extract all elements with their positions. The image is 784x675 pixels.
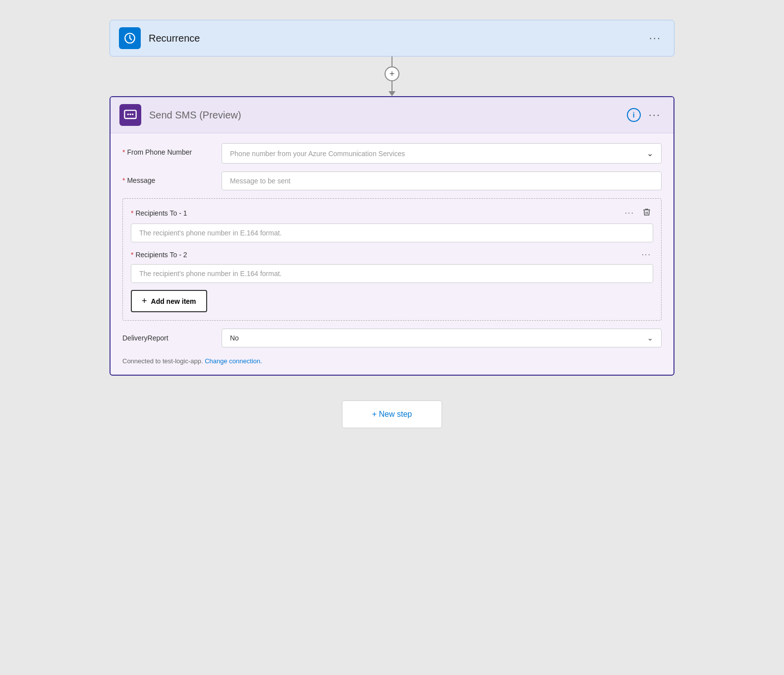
sms-more-button[interactable]: ··· [645, 108, 665, 122]
sms-card-body: * From Phone Number Phone number from yo… [111, 133, 673, 375]
info-button[interactable]: i [627, 108, 641, 122]
delivery-report-row: DeliveryReport No ⌄ [122, 329, 662, 347]
new-step-button[interactable]: + New step [342, 400, 442, 428]
delivery-report-dropdown[interactable]: No ⌄ [222, 329, 662, 347]
required-star-recipient-1: * [131, 209, 133, 217]
chat-icon [123, 108, 137, 122]
delivery-chevron-down-icon: ⌄ [647, 334, 653, 342]
required-star-message: * [122, 176, 125, 184]
recipient-1-delete-button[interactable] [640, 207, 653, 220]
message-row: * Message Message to be sent [122, 171, 662, 190]
plus-icon: + [142, 296, 147, 306]
recipient-1-header: * Recipients To - 1 ··· [131, 207, 653, 220]
recurrence-icon [119, 27, 141, 49]
connector-line-bottom [392, 81, 392, 91]
connector-line-top [392, 56, 392, 66]
message-input-wrapper: Message to be sent [222, 171, 662, 190]
from-phone-dropdown[interactable]: Phone number from your Azure Communicati… [222, 143, 662, 164]
header-actions: i ··· [627, 108, 665, 122]
recurrence-card: Recurrence ··· [110, 20, 674, 56]
recipient-2-more-button[interactable]: ··· [640, 249, 653, 260]
arrow-head [389, 91, 395, 96]
message-input[interactable]: Message to be sent [222, 171, 662, 190]
clock-icon [123, 32, 136, 45]
connector-arrow [389, 81, 395, 96]
message-label: * Message [122, 171, 222, 184]
add-new-item-button[interactable]: + Add new item [131, 290, 207, 312]
step-connector: + [385, 56, 399, 96]
recurrence-title: Recurrence [149, 33, 645, 44]
connection-text: Connected to test-logic-app. [122, 357, 205, 365]
svg-point-2 [127, 113, 129, 115]
from-phone-placeholder: Phone number from your Azure Communicati… [230, 150, 405, 158]
sms-icon [119, 104, 141, 126]
recipients-container: * Recipients To - 1 ··· [122, 198, 662, 321]
recipient-2-actions: ··· [640, 249, 653, 260]
required-star-recipient-2: * [131, 251, 133, 259]
recipient-1-input[interactable]: The recipient's phone number in E.164 fo… [131, 224, 653, 242]
add-step-button[interactable]: + [385, 66, 399, 81]
delivery-report-label: DeliveryReport [122, 334, 222, 342]
send-sms-card: Send SMS (Preview) i ··· * From Phone Nu… [110, 96, 674, 376]
sms-card-title: Send SMS (Preview) [149, 110, 627, 121]
recipient-1-placeholder: The recipient's phone number in E.164 fo… [139, 229, 282, 237]
required-star-from: * [122, 148, 125, 156]
svg-point-4 [132, 113, 134, 115]
sms-card-header: Send SMS (Preview) i ··· [111, 97, 673, 133]
message-placeholder: Message to be sent [230, 177, 290, 185]
add-new-item-label: Add new item [151, 297, 196, 305]
recipient-2-group: * Recipients To - 2 ··· The recipient's … [131, 249, 653, 283]
recipient-1-actions: ··· [623, 207, 653, 220]
chevron-down-icon: ⌄ [647, 149, 653, 158]
from-phone-input-wrapper: Phone number from your Azure Communicati… [222, 143, 662, 164]
from-phone-row: * From Phone Number Phone number from yo… [122, 143, 662, 164]
delivery-report-value: No [230, 334, 239, 342]
recipient-2-input[interactable]: The recipient's phone number in E.164 fo… [131, 264, 653, 283]
recipient-1-more-button[interactable]: ··· [623, 208, 636, 219]
trash-icon [642, 208, 651, 217]
change-connection-link[interactable]: Change connection. [205, 357, 262, 365]
svg-point-3 [129, 113, 131, 115]
recipient-1-group: * Recipients To - 1 ··· [131, 207, 653, 242]
new-step-area: + New step [342, 400, 442, 428]
flow-container: Recurrence ··· + Send SMS (Preview) [110, 20, 674, 428]
recipient-2-header: * Recipients To - 2 ··· [131, 249, 653, 260]
from-phone-label: * From Phone Number [122, 143, 222, 156]
connection-footer: Connected to test-logic-app. Change conn… [122, 357, 662, 365]
recurrence-more-button[interactable]: ··· [645, 31, 665, 46]
recipient-1-label: * Recipients To - 1 [131, 209, 187, 217]
recipient-2-placeholder: The recipient's phone number in E.164 fo… [139, 270, 282, 278]
recipient-2-label: * Recipients To - 2 [131, 251, 187, 259]
